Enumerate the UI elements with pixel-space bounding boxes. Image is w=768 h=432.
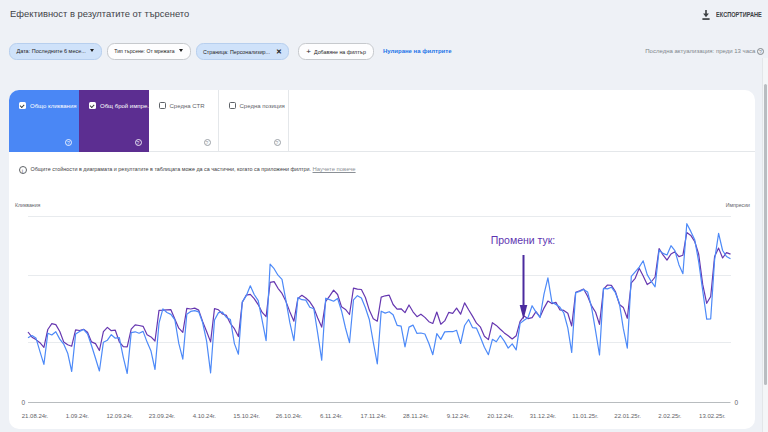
svg-text:11.01.25г.: 11.01.25г.	[572, 413, 598, 419]
svg-text:2.02.25г.: 2.02.25г.	[658, 413, 681, 419]
svg-text:17.11.24г.: 17.11.24г.	[361, 413, 387, 419]
svg-text:6.11.24г.: 6.11.24г.	[320, 413, 343, 419]
svg-text:21.08.24г.: 21.08.24г.	[22, 413, 49, 419]
svg-text:13.02.25г.: 13.02.25г.	[699, 413, 726, 419]
svg-text:15.10.24г.: 15.10.24г.	[233, 413, 260, 419]
svg-text:12.09.24г.: 12.09.24г.	[106, 413, 133, 419]
svg-text:20.12.24г.: 20.12.24г.	[487, 413, 514, 419]
svg-text:23.09.24г.: 23.09.24г.	[149, 413, 176, 419]
svg-text:4.10.24г.: 4.10.24г.	[193, 413, 216, 419]
svg-text:1.09.24г.: 1.09.24г.	[66, 413, 89, 419]
svg-text:26.10.24г.: 26.10.24г.	[276, 413, 303, 419]
svg-text:31.12.24г.: 31.12.24г.	[530, 413, 557, 419]
svg-text:22.01.25г.: 22.01.25г.	[614, 413, 641, 419]
svg-text:0: 0	[21, 399, 25, 406]
svg-text:Промени тук:: Промени тук:	[491, 234, 556, 246]
svg-text:0: 0	[735, 399, 739, 406]
svg-text:28.11.24г.: 28.11.24г.	[403, 413, 429, 419]
svg-text:9.12.24г.: 9.12.24г.	[447, 413, 470, 419]
